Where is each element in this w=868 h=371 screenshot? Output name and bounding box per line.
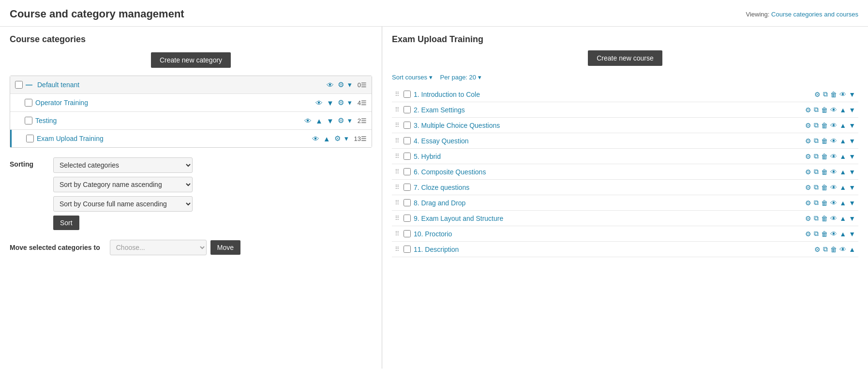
- create-category-button[interactable]: Create new category: [151, 52, 231, 68]
- category-link-default-tenant[interactable]: Default tenant: [37, 81, 323, 89]
- course-name-link[interactable]: 8. Drag and Drop: [414, 199, 802, 207]
- gear-icon[interactable]: ⚙: [805, 168, 811, 176]
- course-name-link[interactable]: 2. Exam Settings: [414, 106, 802, 114]
- copy-icon[interactable]: ⧉: [814, 121, 819, 129]
- course-name-link[interactable]: 5. Hybrid: [414, 153, 802, 160]
- up-arrow-icon[interactable]: ▲: [839, 106, 846, 114]
- course-checkbox[interactable]: [404, 246, 411, 253]
- category-checkbox-exam-upload-training[interactable]: [26, 135, 34, 142]
- view-icon[interactable]: 👁: [830, 215, 837, 222]
- view-icon[interactable]: 👁: [839, 246, 846, 253]
- gear-icon[interactable]: ⚙: [333, 134, 342, 143]
- trash-icon[interactable]: 🗑: [821, 137, 828, 145]
- course-name-link[interactable]: 10. Proctorio: [414, 230, 802, 238]
- down-arrow-icon[interactable]: ▼: [849, 153, 855, 160]
- gear-icon[interactable]: ⚙: [805, 199, 811, 207]
- category-link-operator-training[interactable]: Operator Training: [35, 99, 312, 107]
- down-icon[interactable]: ▼: [326, 98, 335, 108]
- down-arrow-icon[interactable]: ▼: [849, 184, 855, 191]
- up-arrow-icon[interactable]: ▲: [839, 168, 846, 176]
- up-arrow-icon[interactable]: ▲: [839, 184, 846, 191]
- course-name-link[interactable]: 4. Essay Question: [414, 137, 802, 145]
- view-icon[interactable]: 👁: [830, 137, 837, 145]
- course-checkbox[interactable]: [404, 122, 411, 129]
- up-arrow-icon[interactable]: ▲: [839, 122, 846, 129]
- down-arrow-icon[interactable]: ▼: [849, 122, 855, 129]
- trash-icon[interactable]: 🗑: [821, 184, 828, 191]
- trash-icon[interactable]: 🗑: [821, 230, 828, 238]
- course-name-link[interactable]: 1. Introduction to Cole: [414, 91, 811, 98]
- create-course-button[interactable]: Create new course: [588, 50, 662, 66]
- up-arrow-icon[interactable]: ▲: [839, 230, 846, 238]
- course-checkbox[interactable]: [404, 153, 411, 160]
- course-checkbox[interactable]: [404, 215, 411, 222]
- course-checkbox[interactable]: [404, 137, 411, 144]
- view-icon[interactable]: 👁: [830, 184, 837, 191]
- down-arrow-icon[interactable]: ▼: [849, 215, 855, 222]
- sort-courses-link[interactable]: Sort courses ▾: [392, 74, 433, 81]
- course-checkbox[interactable]: [404, 91, 411, 98]
- trash-icon[interactable]: 🗑: [830, 91, 837, 98]
- drag-handle-icon[interactable]: ⠿: [395, 168, 400, 175]
- gear-icon[interactable]: ⚙: [814, 246, 821, 253]
- drag-handle-icon[interactable]: ⠿: [395, 153, 400, 160]
- gear-icon[interactable]: ⚙: [814, 91, 821, 98]
- category-checkbox-operator-training[interactable]: [25, 99, 32, 107]
- move-destination-select[interactable]: Choose...: [110, 240, 207, 255]
- sort-by-course-select[interactable]: Sort by Course full name ascending Sort …: [53, 196, 193, 212]
- drag-handle-icon[interactable]: ⠿: [395, 215, 400, 222]
- up-arrow-icon[interactable]: ▲: [839, 215, 846, 222]
- copy-icon[interactable]: ⧉: [814, 152, 819, 160]
- view-icon[interactable]: 👁: [830, 168, 837, 176]
- copy-icon[interactable]: ⧉: [814, 168, 819, 176]
- category-link-testing[interactable]: Testing: [35, 117, 300, 124]
- up-arrow-icon[interactable]: ▲: [839, 137, 846, 145]
- up-arrow-icon[interactable]: ▲: [839, 199, 846, 207]
- copy-icon[interactable]: ⧉: [814, 183, 819, 191]
- trash-icon[interactable]: 🗑: [821, 199, 828, 207]
- course-checkbox[interactable]: [404, 199, 411, 206]
- view-icon[interactable]: 👁: [303, 116, 313, 125]
- viewing-link[interactable]: Course categories and courses: [771, 11, 858, 18]
- category-link-exam-upload-training[interactable]: Exam Upload Training: [37, 135, 308, 142]
- drag-handle-icon[interactable]: ⠿: [395, 246, 400, 253]
- course-checkbox[interactable]: [404, 168, 411, 175]
- scope-select[interactable]: Selected categories All categories: [53, 157, 193, 173]
- trash-icon[interactable]: 🗑: [821, 106, 828, 114]
- drag-handle-icon[interactable]: ⠿: [395, 137, 400, 144]
- gear-icon[interactable]: ⚙: [805, 215, 811, 222]
- copy-icon[interactable]: ⧉: [823, 90, 828, 98]
- trash-icon[interactable]: 🗑: [821, 215, 828, 222]
- course-checkbox[interactable]: [404, 106, 411, 113]
- view-icon[interactable]: 👁: [830, 122, 837, 129]
- gear-icon[interactable]: ⚙: [337, 80, 345, 90]
- trash-icon[interactable]: 🗑: [821, 153, 828, 160]
- course-name-link[interactable]: 6. Composite Questions: [414, 168, 802, 176]
- copy-icon[interactable]: ⧉: [814, 214, 819, 222]
- copy-icon[interactable]: ⧉: [814, 199, 819, 207]
- trash-icon[interactable]: 🗑: [821, 168, 828, 176]
- course-name-link[interactable]: 11. Description: [414, 246, 811, 253]
- trash-icon[interactable]: 🗑: [821, 122, 828, 129]
- course-name-link[interactable]: 3. Multiple Choice Questions: [414, 122, 802, 129]
- drag-handle-icon[interactable]: ⠿: [395, 106, 400, 113]
- drag-handle-icon[interactable]: ⠿: [395, 230, 400, 237]
- gear-icon[interactable]: ⚙: [805, 122, 811, 129]
- category-checkbox-testing[interactable]: [25, 117, 32, 124]
- view-icon[interactable]: 👁: [830, 199, 837, 207]
- view-icon[interactable]: 👁: [326, 80, 335, 90]
- sort-button[interactable]: Sort: [53, 216, 79, 230]
- caret-icon[interactable]: ▾: [347, 116, 353, 125]
- copy-icon[interactable]: ⧉: [814, 230, 819, 238]
- copy-icon[interactable]: ⧉: [823, 245, 828, 253]
- course-checkbox[interactable]: [404, 184, 411, 191]
- caret-icon[interactable]: ▾: [344, 134, 349, 143]
- sort-by-category-select[interactable]: Sort by Category name ascending Sort by …: [53, 177, 193, 192]
- gear-icon[interactable]: ⚙: [805, 153, 811, 160]
- up-arrow-icon[interactable]: ▲: [839, 153, 846, 160]
- down-arrow-icon[interactable]: ▼: [849, 230, 855, 238]
- gear-icon[interactable]: ⚙: [805, 137, 811, 145]
- view-icon[interactable]: 👁: [839, 91, 846, 98]
- category-checkbox-default-tenant[interactable]: [15, 81, 23, 89]
- down-arrow-icon[interactable]: ▼: [849, 106, 855, 114]
